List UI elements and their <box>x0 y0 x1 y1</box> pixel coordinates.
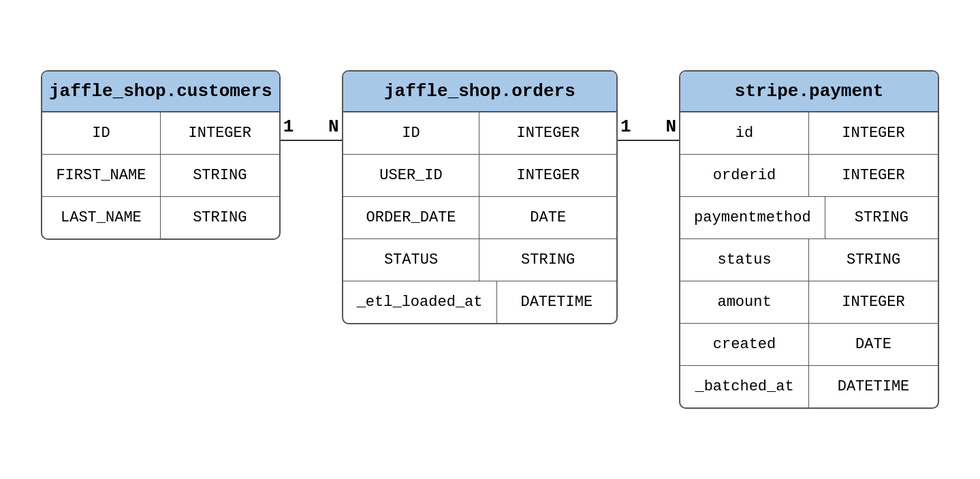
cell-type: STRING <box>809 239 938 281</box>
cell-name: _etl_loaded_at <box>343 281 497 323</box>
cell-type: INTEGER <box>479 155 616 196</box>
cell-type: DATETIME <box>497 281 617 323</box>
cell-name: orderid <box>680 155 809 196</box>
cell-name: id <box>680 112 809 154</box>
cell-name: USER_ID <box>343 155 480 196</box>
table-row: id INTEGER <box>680 112 938 155</box>
table-row: _etl_loaded_at DATETIME <box>343 281 616 323</box>
table-row: STATUS STRING <box>343 239 616 281</box>
customers-table-header: jaffle_shop.customers <box>42 72 279 112</box>
table-row: amount INTEGER <box>680 281 938 324</box>
table-row: ID INTEGER <box>343 112 616 155</box>
orders-table-wrapper: jaffle_shop.orders ID INTEGER USER_ID IN… <box>342 70 618 324</box>
diagram-container: jaffle_shop.customers ID INTEGER FIRST_N… <box>0 43 980 436</box>
table-row: USER_ID INTEGER <box>343 155 616 197</box>
table-row: ORDER_DATE DATE <box>343 197 616 239</box>
cell-name: FIRST_NAME <box>42 155 161 196</box>
table-row: created DATE <box>680 324 938 366</box>
cell-type: INTEGER <box>809 281 938 323</box>
cell-type: STRING <box>161 197 279 238</box>
customers-table-wrapper: jaffle_shop.customers ID INTEGER FIRST_N… <box>41 70 281 240</box>
payment-table-wrapper: stripe.payment id INTEGER orderid INTEGE… <box>679 70 939 409</box>
cell-name: created <box>680 324 809 365</box>
cell-type: INTEGER <box>479 112 616 154</box>
connector2-left-label: 1 <box>620 117 631 137</box>
cell-name: paymentmethod <box>680 197 825 238</box>
customers-table: jaffle_shop.customers ID INTEGER FIRST_N… <box>41 70 281 240</box>
connector1-left-label: 1 <box>283 117 294 137</box>
connector2-line <box>618 140 679 141</box>
table-row: FIRST_NAME STRING <box>42 155 279 197</box>
connector1-line <box>281 140 342 141</box>
table-row: ID INTEGER <box>42 112 279 155</box>
connector1-right-label: N <box>328 117 339 137</box>
cell-name: STATUS <box>343 239 480 281</box>
cell-type: STRING <box>825 197 938 238</box>
cell-type: INTEGER <box>161 112 279 154</box>
orders-table-header: jaffle_shop.orders <box>343 72 616 112</box>
table-row: orderid INTEGER <box>680 155 938 197</box>
cell-name: ORDER_DATE <box>343 197 480 238</box>
cell-name: amount <box>680 281 809 323</box>
payment-table-header: stripe.payment <box>680 72 938 112</box>
cell-name: LAST_NAME <box>42 197 161 238</box>
cell-type: DATETIME <box>809 366 938 407</box>
table-row: _batched_at DATETIME <box>680 366 938 407</box>
cell-type: INTEGER <box>809 112 938 154</box>
cell-type: INTEGER <box>809 155 938 196</box>
payment-table: stripe.payment id INTEGER orderid INTEGE… <box>679 70 939 409</box>
connector2-right-label: N <box>665 117 676 137</box>
cell-name: ID <box>42 112 161 154</box>
cell-type: STRING <box>479 239 616 281</box>
cell-name: _batched_at <box>680 366 809 407</box>
cell-name: status <box>680 239 809 281</box>
cell-type: DATE <box>479 197 616 238</box>
table-row: LAST_NAME STRING <box>42 197 279 238</box>
cell-type: STRING <box>161 155 279 196</box>
table-row: paymentmethod STRING <box>680 197 938 239</box>
cell-name: ID <box>343 112 480 154</box>
table-row: status STRING <box>680 239 938 281</box>
orders-table: jaffle_shop.orders ID INTEGER USER_ID IN… <box>342 70 618 324</box>
cell-type: DATE <box>809 324 938 365</box>
